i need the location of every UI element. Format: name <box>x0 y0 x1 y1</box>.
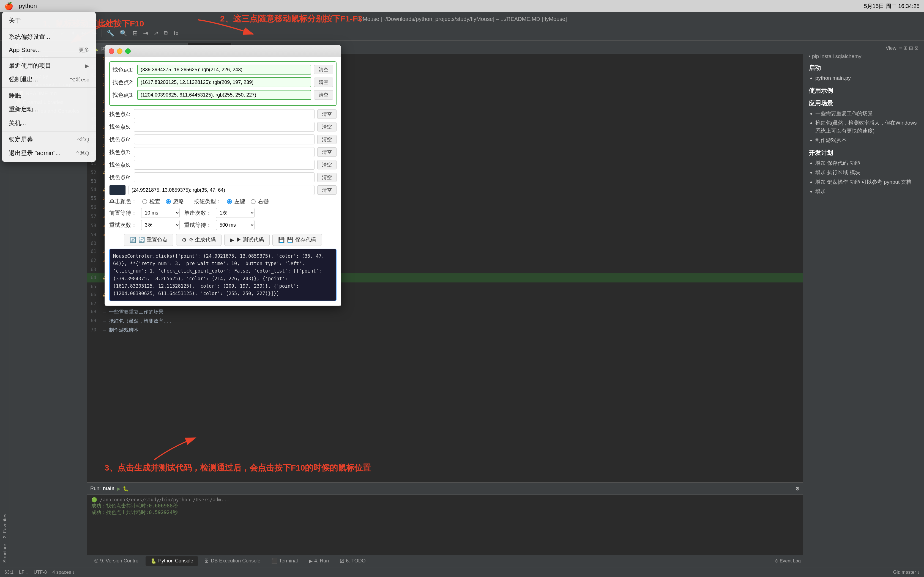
toolbar-arrow[interactable]: ↗ <box>152 29 160 38</box>
radio-btn-check[interactable] <box>142 199 147 204</box>
right-section-scenarios: 应用场景 <box>809 99 919 108</box>
bottom-tab-terminal[interactable]: ⬛ Terminal <box>267 556 303 566</box>
color-input-6[interactable] <box>134 134 315 144</box>
color-row-1: 找色点1: 清空 <box>113 64 333 74</box>
color-label-7: 找色点7: <box>109 148 131 156</box>
color-clear-btn-3[interactable]: 清空 <box>314 90 333 100</box>
click-count-label: 单击次数： <box>184 209 212 217</box>
color-rows-4-9: 找色点4: 清空 找色点5: 清空 找色点6: 清空 找色点7: <box>109 109 336 195</box>
event-log-btn[interactable]: ⊙ Event Log <box>775 558 801 564</box>
wait-row: 前置等待： 10 ms 20 ms 50 ms 100 ms 单击次数： 1次 … <box>109 208 336 218</box>
color-label-5: 找色点5: <box>109 123 131 131</box>
bottom-tab-version-control[interactable]: ⑨ 9: Version Control <box>89 556 144 566</box>
run-settings-icon[interactable]: ⚙ <box>795 486 800 492</box>
toolbar-wrench[interactable]: 🔧 <box>105 29 116 38</box>
color-input-9[interactable] <box>134 172 315 182</box>
color-input-2[interactable] <box>137 77 311 87</box>
toolbar-fx[interactable]: fx <box>172 29 180 38</box>
run-bar: Run: main ▶ 🐛 ⚙ <box>87 482 803 495</box>
menu-item-shutdown[interactable]: 关机... <box>2 116 96 130</box>
right-startup-list: python main.py <box>809 74 919 82</box>
bottom-tab-python-console[interactable]: 🐍 Python Console <box>145 556 198 566</box>
color-input-1[interactable] <box>137 64 311 74</box>
generate-code-btn[interactable]: ⚙ ⚙ 生成代码 <box>176 234 221 246</box>
menu-item-appstore[interactable]: App Store... 更多 <box>2 44 96 56</box>
console-line-3: 成功：找色点击共计耗时:0.592924秒 <box>91 509 798 516</box>
toolbar-search[interactable]: 🔍 <box>118 29 129 38</box>
pre-wait-select[interactable]: 10 ms 20 ms 50 ms 100 ms <box>141 208 180 218</box>
bottom-tab-run[interactable]: ▶ 4: Run <box>304 556 334 566</box>
color-row-5: 找色点5: 清空 <box>109 122 336 132</box>
menu-item-about[interactable]: 关于 <box>2 14 96 27</box>
color-clear-btn-8[interactable]: 清空 <box>317 160 336 169</box>
menu-item-lock[interactable]: 锁定屏幕 ^⌘Q <box>2 132 96 146</box>
toolbar-grid[interactable]: ⊞ <box>131 29 139 38</box>
bottom-tab-todo[interactable]: ☑ 6: TODO <box>335 556 370 566</box>
devplan-item-1: 增加 保存代码 功能 <box>815 159 919 167</box>
sidebar-structure-tab[interactable]: Structure <box>1 542 9 565</box>
reset-color-btn[interactable]: 🔄 🔄 重置色点 <box>124 234 173 246</box>
radio-btn-right[interactable] <box>251 199 255 204</box>
radio-ignore[interactable]: 忽略 <box>166 198 184 205</box>
color-clear-btn-9[interactable]: 清空 <box>317 173 336 182</box>
color-row-2: 找色点2: 清空 <box>113 77 333 87</box>
run-icon-debug[interactable]: 🐛 <box>123 486 129 492</box>
color-label-4: 找色点4: <box>109 111 131 118</box>
click-color-label: 单击颜色： <box>109 198 137 205</box>
retry-row: 重试次数： 3次 5次 10次 重试等待： 500 ms 1000 ms 200… <box>109 220 336 230</box>
radio-left-btn[interactable]: 左键 <box>227 198 245 205</box>
color-clear-btn-5[interactable]: 清空 <box>317 122 336 131</box>
menu-item-preferences[interactable]: 系统偏好设置... <box>2 30 96 44</box>
color-input-8[interactable] <box>134 160 315 170</box>
menu-item-force-quit[interactable]: 强制退出... ⌥⌘esc <box>2 73 96 86</box>
color-input-current[interactable] <box>129 185 315 195</box>
right-panel-pip-cmd: • pip install sqlalchemy <box>809 53 919 60</box>
save-code-btn[interactable]: 💾 💾 保存代码 <box>272 234 321 246</box>
radio-right-btn[interactable]: 右键 <box>251 198 269 205</box>
reset-label: 🔄 重置色点 <box>138 236 167 243</box>
scenario-item-3: 制作游戏脚本 <box>815 136 919 144</box>
test-code-btn[interactable]: ▶ ▶ 测试代码 <box>224 234 270 246</box>
color-clear-btn-1[interactable]: 清空 <box>314 65 333 74</box>
devplan-item-2: 增加 执行区域 模块 <box>815 169 919 177</box>
color-input-3[interactable] <box>137 90 311 100</box>
color-picker-dialog[interactable]: 找色点1: 清空 找色点2: 清空 找色点3: 清空 <box>105 45 341 306</box>
generate-icon: ⚙ <box>182 237 187 243</box>
traffic-light-minimize[interactable] <box>117 48 123 54</box>
radio-btn-ignore[interactable] <box>166 199 171 204</box>
retry-count-select[interactable]: 3次 5次 10次 <box>141 220 180 230</box>
color-clear-btn-7[interactable]: 清空 <box>317 147 336 157</box>
toolbar-separator <box>102 29 102 37</box>
menu-item-sleep[interactable]: 睡眠 <box>2 89 96 103</box>
retry-wait-select[interactable]: 500 ms 1000 ms 2000 ms <box>216 220 255 230</box>
code-output-box[interactable]: MouseControler.clicks({'point': (24.9921… <box>109 249 336 301</box>
menubar-app-name[interactable]: python <box>19 2 37 10</box>
toolbar-copy[interactable]: ⧉ <box>162 29 170 38</box>
color-input-7[interactable] <box>134 147 315 157</box>
console-line-1: 🟢 /anaconda3/envs/study/bin/python /User… <box>91 497 798 503</box>
traffic-light-maximize[interactable] <box>125 48 131 54</box>
bottom-tab-db-console[interactable]: 🗄 DB Execution Console <box>199 556 265 566</box>
menu-item-recent[interactable]: 最近使用的项目 ▶ <box>2 59 96 73</box>
run-icon-play[interactable]: ▶ <box>117 486 121 492</box>
devplan-item-3: 增加 键盘操作 功能 可以参考 pynput 文档 <box>815 178 919 186</box>
button-type-label: 按钮类型： <box>194 198 221 205</box>
color-clear-btn-4[interactable]: 清空 <box>317 110 336 119</box>
apple-menu-trigger[interactable]: 🍎 <box>5 2 13 10</box>
toolbar-share[interactable]: ⇥ <box>141 29 150 38</box>
menu-item-restart[interactable]: 重新启动... <box>2 103 96 116</box>
radio-check[interactable]: 检查 <box>142 198 160 205</box>
menubar-right: 5月15日 周三 16:34:25 <box>864 2 919 10</box>
color-clear-btn-2[interactable]: 清空 <box>314 77 333 87</box>
bottom-console-content[interactable]: 🟢 /anaconda3/envs/study/bin/python /User… <box>87 495 803 555</box>
color-input-4[interactable] <box>134 109 315 119</box>
menu-item-logout[interactable]: 退出登录 "admin"... ⇧⌘Q <box>2 146 96 160</box>
sidebar-favorites-tab[interactable]: 2: Favorites <box>1 511 9 540</box>
traffic-light-close[interactable] <box>109 48 114 54</box>
color-clear-btn-6[interactable]: 清空 <box>317 135 336 144</box>
click-count-select[interactable]: 1次 2次 3次 <box>216 208 255 218</box>
devplan-item-4: 增加 <box>815 188 919 195</box>
radio-btn-left[interactable] <box>227 199 232 204</box>
color-clear-btn-current[interactable]: 清空 <box>317 185 336 195</box>
color-input-5[interactable] <box>134 122 315 132</box>
